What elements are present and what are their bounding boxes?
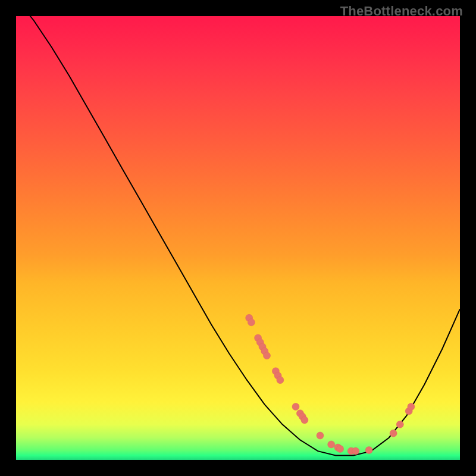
curve-markers-group [246, 314, 415, 455]
curve-marker [408, 403, 415, 411]
curve-marker [277, 377, 284, 384]
curve-marker [248, 319, 255, 326]
curve-marker [292, 403, 299, 411]
bottleneck-curve [16, 0, 460, 455]
curve-marker [264, 352, 271, 359]
curve-svg [16, 16, 460, 460]
curve-marker [317, 432, 324, 439]
plot-area [16, 16, 460, 460]
curve-marker [396, 421, 403, 428]
curve-marker [328, 441, 335, 448]
curve-marker [365, 447, 372, 454]
curve-marker [337, 445, 344, 452]
curve-marker [352, 447, 359, 455]
curve-marker [390, 430, 397, 437]
curve-marker [301, 416, 308, 424]
chart-stage: TheBottleneck.com [0, 0, 476, 476]
